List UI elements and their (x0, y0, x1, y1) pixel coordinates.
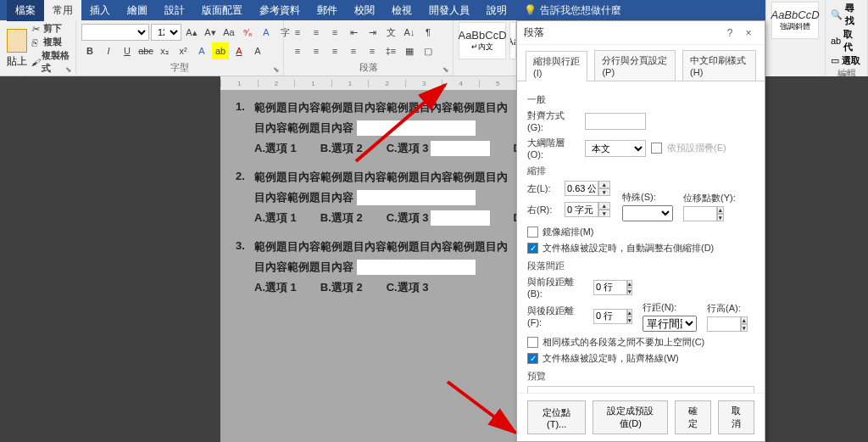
shading-button[interactable]: ▦ (401, 42, 418, 59)
sort-button[interactable]: A↓ (401, 24, 418, 41)
ok-button[interactable]: 確定 (675, 400, 711, 434)
align-left-button[interactable]: ≡ (289, 42, 306, 59)
distributed-button[interactable]: ≡ (364, 42, 381, 59)
strikethrough-button[interactable]: abc (137, 42, 154, 59)
outline-level-select[interactable]: 本文 (585, 140, 646, 157)
down-icon[interactable]: ▾ (717, 214, 724, 221)
cancel-button[interactable]: 取消 (718, 400, 754, 434)
change-case-button[interactable]: Aa (220, 24, 237, 41)
indent-left-spinner[interactable]: ▴▾ (565, 181, 612, 196)
text-effects-button[interactable]: A (193, 42, 210, 59)
answer-blank[interactable] (357, 190, 476, 205)
character-border-button[interactable]: A (249, 42, 266, 59)
find-button[interactable]: 🔍尋找 (831, 2, 862, 27)
close-button[interactable]: × (739, 27, 758, 39)
style-item-partial[interactable]: Aa (509, 22, 516, 59)
up-icon[interactable]: ▴ (717, 206, 724, 214)
line-spacing-select[interactable]: 單行間距 (643, 316, 697, 332)
special-indent-select[interactable] (622, 205, 673, 221)
developer-tab[interactable]: 開發人員 (420, 0, 478, 21)
mailings-tab[interactable]: 郵件 (309, 0, 346, 21)
align-right-button[interactable]: ≡ (326, 42, 343, 59)
insert-tab[interactable]: 插入 (81, 0, 119, 21)
subscript-button[interactable]: x₂ (156, 42, 173, 59)
increase-indent-button[interactable]: ⇥ (364, 24, 381, 41)
help-button[interactable]: ? (721, 27, 739, 39)
down-icon[interactable]: ▾ (741, 324, 748, 332)
no-space-checkbox[interactable] (527, 337, 538, 348)
space-after-spinner[interactable]: ▴▾ (593, 309, 632, 324)
paragraph-launcher-icon[interactable]: ⬊ (442, 65, 451, 74)
down-icon[interactable]: ▾ (598, 188, 610, 196)
up-icon[interactable]: ▴ (741, 316, 748, 324)
bold-button[interactable]: B (81, 42, 98, 59)
references-tab[interactable]: 參考資料 (251, 0, 309, 21)
superscript-button[interactable]: x² (175, 42, 192, 59)
cut-button[interactable]: 剪下 (31, 22, 70, 35)
select-button[interactable]: ▭選取 (831, 54, 862, 67)
grow-font-button[interactable]: A▴ (183, 24, 200, 41)
paste-button[interactable]: 貼上 (5, 29, 30, 69)
mirror-indents-checkbox[interactable] (527, 227, 538, 238)
replace-button[interactable]: ab取代 (831, 28, 862, 53)
numbering-button[interactable]: ≡ (308, 24, 325, 41)
font-launcher-icon[interactable]: ⬊ (273, 65, 281, 74)
view-tab[interactable]: 檢視 (383, 0, 420, 21)
space-before-spinner[interactable]: ▴▾ (593, 280, 632, 295)
alignment-select[interactable]: 靠左對齊 (585, 113, 646, 130)
indent-right-spinner[interactable]: ▴▾ (565, 202, 612, 217)
indent-by-spinner[interactable]: ▴▾ (683, 206, 724, 221)
show-marks-button[interactable]: ¶ (420, 24, 437, 41)
style-emphasis[interactable]: AaBbCcD 強調斜體 (771, 2, 819, 39)
help-tab[interactable]: 說明 (478, 0, 515, 21)
design-tab[interactable]: 設計 (156, 0, 193, 21)
clipboard-launcher-icon[interactable]: ⬊ (65, 65, 74, 74)
up-icon[interactable]: ▴ (627, 280, 632, 288)
file-tab[interactable]: 檔案 (7, 0, 44, 21)
tab-indents-spacing[interactable]: 縮排與行距(I) (526, 51, 587, 81)
layout-tab[interactable]: 版面配置 (193, 0, 251, 21)
multilevel-list-button[interactable]: ≡ (326, 24, 343, 41)
set-default-button[interactable]: 設定成預設值(D) (593, 400, 668, 434)
tab-asian-typography[interactable]: 中文印刷樣式(H) (682, 50, 756, 81)
answer-blank[interactable] (357, 260, 476, 275)
shrink-font-button[interactable]: A▾ (202, 24, 219, 41)
asian-layout-button[interactable]: 文 (382, 24, 399, 41)
align-center-button[interactable]: ≡ (308, 42, 325, 59)
bullets-button[interactable]: ≡ (289, 24, 306, 41)
justify-button[interactable]: ≡ (345, 42, 362, 59)
font-size-select[interactable]: 12 (151, 24, 181, 41)
answer-blank[interactable] (357, 120, 476, 136)
home-tab[interactable]: 常用 (44, 0, 81, 21)
up-icon[interactable]: ▴ (598, 181, 610, 188)
up-icon[interactable]: ▴ (598, 202, 610, 210)
line-spacing-button[interactable]: ‡≡ (382, 42, 399, 59)
tab-line-page-breaks[interactable]: 分行與分頁設定(P) (594, 50, 676, 81)
auto-adjust-checkbox[interactable]: ✓ (527, 243, 538, 254)
collapsed-checkbox[interactable] (651, 143, 662, 154)
down-icon[interactable]: ▾ (598, 210, 610, 217)
italic-button[interactable]: I (100, 42, 117, 59)
decrease-indent-button[interactable]: ⇤ (345, 24, 362, 41)
down-icon[interactable]: ▾ (627, 288, 632, 295)
highlight-button[interactable]: ab (212, 42, 229, 59)
borders-button[interactable]: ▢ (420, 42, 437, 59)
clear-formatting-button[interactable]: A (258, 24, 275, 41)
underline-button[interactable]: U (119, 42, 136, 59)
draw-tab[interactable]: 繪圖 (119, 0, 156, 21)
option-blank[interactable] (431, 141, 490, 156)
font-color-button[interactable]: A (231, 42, 248, 59)
font-family-select[interactable] (81, 24, 149, 41)
copy-button[interactable]: 複製 (31, 36, 70, 48)
line-at-spinner[interactable]: ▴▾ (707, 316, 748, 332)
review-tab[interactable]: 校閱 (346, 0, 383, 21)
tabs-button[interactable]: 定位點(T)... (527, 400, 586, 434)
dialog-titlebar[interactable]: 段落 ? × (517, 21, 765, 45)
tell-me-search[interactable]: 💡 告訴我您想做什麼 (524, 3, 621, 18)
phonetic-guide-button[interactable]: ᵃ⁄ₐ (239, 24, 256, 41)
down-icon[interactable]: ▾ (627, 316, 632, 324)
snap-grid-checkbox[interactable]: ✓ (527, 353, 538, 364)
option-blank[interactable] (431, 210, 490, 226)
style-normal[interactable]: AaBbCcD ↵內文 (459, 22, 506, 59)
up-icon[interactable]: ▴ (627, 309, 632, 316)
